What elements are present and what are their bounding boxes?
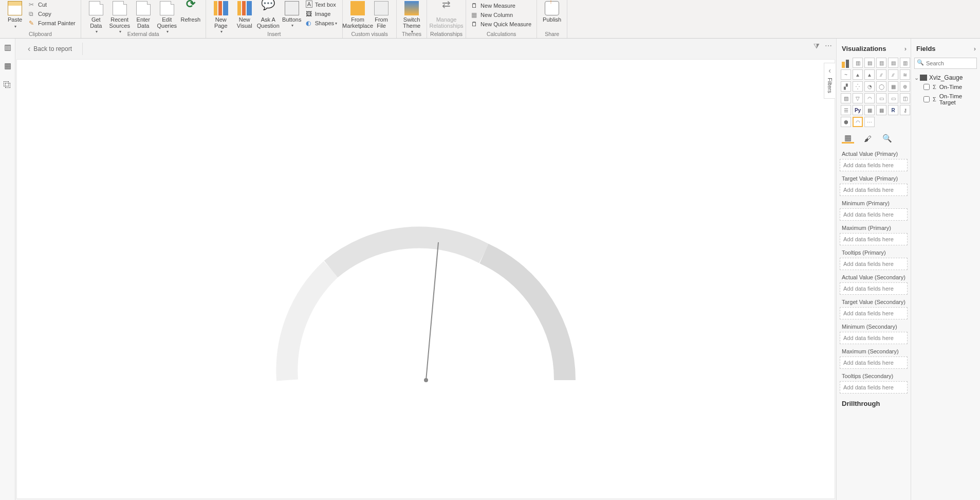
field-table[interactable]: Xviz_Gauge [911, 73, 980, 82]
field-checkbox[interactable] [923, 96, 930, 102]
publish-button[interactable]: Publish [540, 0, 564, 24]
manage-relationships-button[interactable]: Manage Relationships [435, 0, 458, 30]
paste-button[interactable]: Paste [3, 0, 27, 31]
well-drop-tooltip-secondary[interactable]: Add data fields here [840, 381, 908, 394]
field-item-ontime-target[interactable]: On-Time Target [911, 92, 980, 107]
tab-fields[interactable]: ▦ [842, 133, 854, 144]
well-drop-actual-secondary[interactable]: Add data fields here [840, 282, 908, 295]
viz-custom-1[interactable]: ⬢ [841, 117, 851, 127]
well-drop-max-primary[interactable]: Add data fields here [840, 233, 908, 245]
viz-card[interactable]: ▭ [876, 93, 886, 103]
report-view-button[interactable]: ▥ [3, 43, 12, 52]
chart-icon [237, 1, 252, 15]
viz-kpi[interactable]: ◫ [900, 93, 910, 103]
text-box-button[interactable]: Text box [304, 0, 339, 9]
viz-matrix[interactable]: ▦ [876, 105, 886, 115]
viz-gallery: ▥ ▤ ▥ ▤ ▥ ~ ▲ ▲ ⫽ ⫽ ≋ ▞ ⁛ ◔ ◯ ▦ ⊕ ▨ ▽ ◠ … [837, 58, 911, 130]
doc-icon [89, 1, 103, 15]
new-measure-button[interactable]: New Measure [469, 1, 533, 10]
viz-filled-map[interactable]: ▨ [841, 93, 851, 103]
new-visual-label: New Visual [237, 16, 252, 29]
well-drop-target-primary[interactable]: Add data fields here [840, 184, 908, 196]
buttons-button[interactable]: Buttons [280, 0, 304, 30]
new-visual-button[interactable]: New Visual [233, 0, 256, 30]
well-label: Actual Value (Secondary) [840, 270, 908, 282]
viz-line-column[interactable]: ⫽ [876, 69, 886, 80]
viz-waterfall[interactable]: ▞ [841, 81, 851, 92]
more-icon[interactable]: ⋯ [825, 42, 832, 50]
viz-pie[interactable]: ◔ [864, 81, 875, 92]
text-icon [306, 1, 313, 8]
viz-line-clustered[interactable]: ⫽ [888, 69, 898, 80]
cut-icon [29, 1, 36, 8]
new-page-button[interactable]: New Page [209, 0, 233, 36]
new-quick-measure-button[interactable]: New Quick Measure [469, 20, 533, 29]
viz-panel-title: Visualizations [842, 45, 886, 52]
new-column-button[interactable]: New Column [469, 10, 533, 20]
new-measure-label: New Measure [480, 3, 515, 9]
enter-data-button[interactable]: Enter Data [132, 0, 155, 30]
chevron-left-icon [828, 66, 831, 75]
manage-rel-label: Manage Relationships [430, 16, 464, 29]
from-marketplace-button[interactable]: From Marketplace [346, 0, 369, 30]
viz-funnel[interactable]: ▽ [853, 93, 863, 103]
viz-multi-card[interactable]: ▭ [888, 93, 898, 103]
doc-icon [160, 1, 174, 15]
copy-button[interactable]: Copy [27, 9, 78, 19]
refresh-button[interactable]: Refresh [179, 0, 202, 24]
report-canvas[interactable]: Filters [16, 59, 835, 499]
viz-clustered-bar[interactable]: ▤ [864, 58, 875, 68]
get-data-button[interactable]: Get Data [84, 0, 108, 36]
fields-search-input[interactable] [914, 58, 977, 69]
well-drop-min-secondary[interactable]: Add data fields here [840, 332, 908, 344]
shapes-button[interactable]: Shapes [304, 19, 339, 28]
ask-label: Ask A Question [257, 16, 280, 29]
chevron-right-icon[interactable]: › [904, 45, 907, 52]
well-drop-min-primary[interactable]: Add data fields here [840, 208, 908, 221]
data-view-button[interactable]: ▦ [3, 61, 12, 70]
viz-ribbon[interactable]: ≋ [900, 69, 910, 80]
model-view-button[interactable]: ⿻ [3, 80, 12, 89]
viz-100-bar[interactable]: ▤ [888, 58, 898, 68]
viz-area[interactable]: ▲ [853, 69, 863, 80]
format-painter-button[interactable]: Format Painter [27, 19, 78, 28]
filter-icon[interactable]: ⧩ [813, 42, 820, 50]
well-drop-max-secondary[interactable]: Add data fields here [840, 356, 908, 369]
viz-table[interactable]: ▦ [864, 105, 875, 115]
viz-r[interactable]: R [888, 105, 898, 115]
back-to-report-button[interactable]: Back to report [23, 41, 77, 57]
viz-key-influencers[interactable]: ⚷ [900, 105, 910, 115]
well-drop-tooltip-primary[interactable]: Add data fields here [840, 258, 908, 270]
viz-stacked-bar[interactable] [841, 58, 851, 68]
cut-button[interactable]: Cut [27, 0, 78, 9]
viz-100-column[interactable]: ▥ [900, 58, 910, 68]
tab-analytics[interactable]: 🔍 [881, 133, 893, 144]
paste-icon [8, 1, 22, 15]
from-file-button[interactable]: From File [369, 0, 393, 30]
viz-slicer[interactable]: ☰ [841, 105, 851, 115]
caret-icon [13, 23, 16, 30]
viz-stacked-column[interactable]: ▥ [853, 58, 863, 68]
filters-pane-collapsed[interactable]: Filters [824, 63, 835, 99]
chevron-right-icon[interactable]: › [974, 45, 976, 52]
viz-custom-gauge-selected[interactable]: ◠ [853, 117, 863, 127]
well-drop-target-secondary[interactable]: Add data fields here [840, 307, 908, 319]
viz-clustered-column[interactable]: ▥ [876, 58, 886, 68]
viz-scatter[interactable]: ⁛ [853, 81, 863, 92]
viz-map[interactable]: ⊕ [900, 81, 910, 92]
viz-treemap[interactable]: ▦ [888, 81, 898, 92]
gauge-visual[interactable] [272, 226, 580, 385]
image-button[interactable]: Image [304, 9, 339, 19]
viz-gauge[interactable]: ◠ [864, 93, 875, 103]
field-item-ontime[interactable]: On-Time [911, 82, 980, 92]
tab-format[interactable]: 🖌 [861, 133, 874, 144]
viz-import-more[interactable] [864, 117, 875, 127]
viz-python[interactable]: Py [853, 105, 863, 115]
viz-line[interactable]: ~ [841, 69, 851, 80]
well-drop-actual-primary[interactable]: Add data fields here [840, 159, 908, 171]
recent-label: Recent Sources [109, 16, 130, 29]
field-checkbox[interactable] [923, 84, 930, 90]
ask-question-button[interactable]: 💬Ask A Question [256, 0, 280, 30]
viz-stacked-area[interactable]: ▲ [864, 69, 875, 80]
viz-donut[interactable]: ◯ [876, 81, 886, 92]
